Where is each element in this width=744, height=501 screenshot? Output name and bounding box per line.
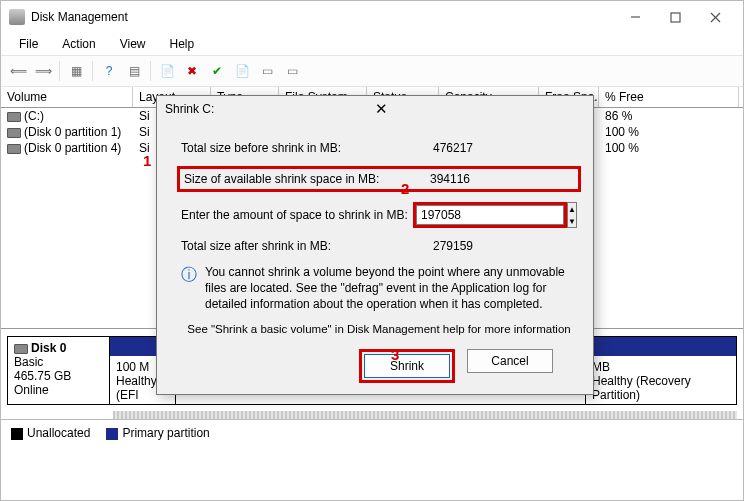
part-status: Healthy (Recovery Partition) <box>592 374 730 402</box>
window-title-bar: Disk Management <box>1 1 743 33</box>
cancel-button[interactable]: Cancel <box>467 349 553 373</box>
new-icon[interactable]: 📄 <box>231 60 253 82</box>
legend-unallocated: Unallocated <box>11 426 90 440</box>
cancel-button-label: Cancel <box>491 354 528 368</box>
row-enter-amount: Enter the amount of space to shrink in M… <box>181 202 577 228</box>
volume-icon <box>7 128 21 138</box>
highlight-shrink: Shrink <box>359 349 455 383</box>
dialog-title-bar: Shrink C: ✕ <box>157 96 593 122</box>
cell-pctfree: 86 % <box>599 108 739 124</box>
dialog-title: Shrink C: <box>165 102 369 116</box>
app-icon <box>9 9 25 25</box>
maximize-button[interactable] <box>655 3 695 31</box>
separator <box>59 61 60 81</box>
legend-label: Primary partition <box>122 426 209 440</box>
spin-control[interactable]: ▲▼ <box>567 202 577 228</box>
col-volume[interactable]: Volume <box>1 87 133 107</box>
menu-bar: File Action View Help <box>1 33 743 55</box>
legend-label: Unallocated <box>27 426 90 440</box>
scroll-track[interactable] <box>113 411 737 419</box>
help-text: See "Shrink a basic volume" in Disk Mana… <box>181 323 577 335</box>
value-available: 394116 <box>426 171 574 187</box>
volume-icon <box>7 144 21 154</box>
disk-icon <box>14 344 28 354</box>
window-title: Disk Management <box>25 10 615 24</box>
info-note: ⓘ You cannot shrink a volume beyond the … <box>181 264 577 313</box>
refresh-icon[interactable]: ▤ <box>123 60 145 82</box>
partition-recovery[interactable]: MB Healthy (Recovery Partition) <box>586 356 736 404</box>
delete-icon[interactable]: ✖ <box>181 60 203 82</box>
shrink-button[interactable]: Shrink <box>364 354 450 378</box>
info-text: You cannot shrink a volume beyond the po… <box>205 264 577 313</box>
value-total-after: 279159 <box>429 238 577 254</box>
menu-file[interactable]: File <box>9 35 48 53</box>
row-available: Size of available shrink space in MB: 39… <box>177 166 581 192</box>
info-icon: ⓘ <box>181 264 197 313</box>
shrink-dialog: Shrink C: ✕ 1 2 3 Total size before shri… <box>156 95 594 395</box>
separator <box>92 61 93 81</box>
close-button[interactable] <box>695 3 735 31</box>
format-icon[interactable]: ▭ <box>281 60 303 82</box>
shrink-amount-input[interactable] <box>416 205 564 225</box>
legend-primary: Primary partition <box>106 426 209 440</box>
annotation-3: 3 <box>391 346 399 363</box>
separator <box>150 61 151 81</box>
disk-name: Disk 0 <box>31 341 66 355</box>
menu-view[interactable]: View <box>110 35 156 53</box>
label-total-after: Total size after shrink in MB: <box>181 239 429 253</box>
forward-icon[interactable]: ⟹ <box>32 60 54 82</box>
row-total-after: Total size after shrink in MB: 279159 <box>181 238 577 254</box>
label-total-before: Total size before shrink in MB: <box>181 141 429 155</box>
back-icon[interactable]: ⟸ <box>7 60 29 82</box>
cell-pctfree: 100 % <box>599 140 739 156</box>
menu-action[interactable]: Action <box>52 35 105 53</box>
row-total-before: Total size before shrink in MB: 476217 <box>181 140 577 156</box>
annotation-2: 2 <box>401 180 409 197</box>
list-view-icon[interactable]: ▦ <box>65 60 87 82</box>
disk-label-box[interactable]: Disk 0 Basic 465.75 GB Online <box>8 337 110 404</box>
cell-volume: (Disk 0 partition 4) <box>24 141 121 155</box>
help-icon[interactable]: ? <box>98 60 120 82</box>
cell-volume: (Disk 0 partition 1) <box>24 125 121 139</box>
disk-size: 465.75 GB <box>14 369 103 383</box>
properties-icon[interactable]: 📄 <box>156 60 178 82</box>
label-available: Size of available shrink space in MB: <box>184 172 426 186</box>
volume-icon <box>7 112 21 122</box>
disk-type: Basic <box>14 355 103 369</box>
cell-volume: (C:) <box>24 109 44 123</box>
minimize-button[interactable] <box>615 3 655 31</box>
label-enter-amount: Enter the amount of space to shrink in M… <box>181 208 413 222</box>
svg-rect-1 <box>671 13 680 22</box>
annotation-1: 1 <box>143 152 151 169</box>
legend: Unallocated Primary partition <box>1 419 743 446</box>
spin-down-icon[interactable]: ▼ <box>568 215 576 227</box>
cell-pctfree: 100 % <box>599 124 739 140</box>
value-total-before: 476217 <box>429 140 577 156</box>
swatch-black <box>11 428 23 440</box>
part-size: MB <box>592 360 730 374</box>
spin-up-icon[interactable]: ▲ <box>568 203 576 215</box>
check-icon[interactable]: ✔ <box>206 60 228 82</box>
toolbar: ⟸ ⟹ ▦ ? ▤ 📄 ✖ ✔ 📄 ▭ ▭ <box>1 55 743 87</box>
disk-status: Online <box>14 383 103 397</box>
dialog-close-icon[interactable]: ✕ <box>369 100 585 118</box>
menu-help[interactable]: Help <box>160 35 205 53</box>
disk-icon[interactable]: ▭ <box>256 60 278 82</box>
col-pctfree[interactable]: % Free <box>599 87 739 107</box>
swatch-blue <box>106 428 118 440</box>
